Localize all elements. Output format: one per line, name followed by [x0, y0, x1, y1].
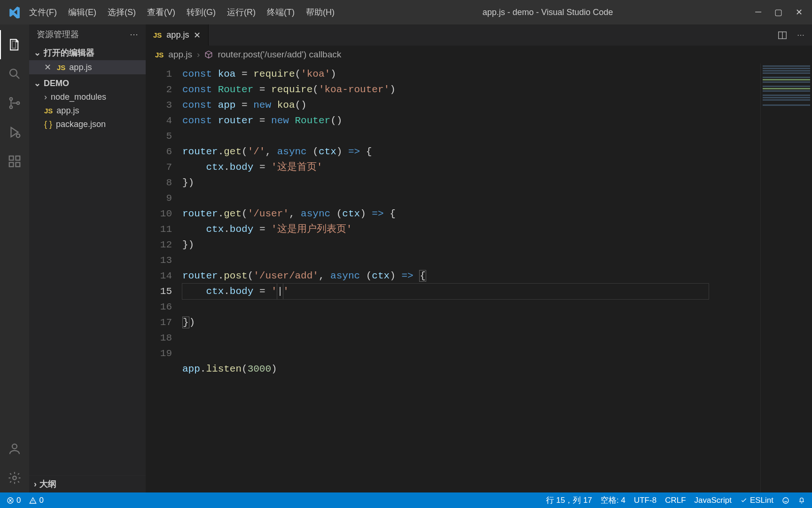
- tab-appjs[interactable]: JS app.js ✕: [146, 24, 209, 46]
- status-bar: 0 0 行 15，列 17 空格: 4 UTF-8 CRLF JavaScrip…: [0, 492, 812, 508]
- js-file-icon: JS: [44, 107, 53, 115]
- open-editors-label: 打开的编辑器: [44, 47, 94, 58]
- file-label: package.json: [56, 119, 106, 129]
- chevron-right-icon: ›: [44, 92, 47, 102]
- split-editor-icon[interactable]: [777, 30, 788, 40]
- status-language[interactable]: JavaScript: [695, 496, 732, 505]
- open-editors-section[interactable]: ⌄ 打开的编辑器: [29, 45, 146, 60]
- project-section[interactable]: ⌄ DEMO: [29, 76, 146, 90]
- file-node-modules[interactable]: › node_modules: [29, 90, 146, 104]
- chevron-down-icon: ⌄: [34, 48, 41, 58]
- window-title: app.js - demo - Visual Studio Code: [340, 8, 755, 17]
- editor-body[interactable]: 12345678910111213141516171819 const koa …: [146, 64, 812, 492]
- status-errors[interactable]: 0: [7, 496, 21, 505]
- menu-goto[interactable]: 转到(G): [181, 7, 221, 18]
- svg-rect-7: [16, 163, 20, 167]
- extensions-icon[interactable]: [0, 147, 29, 176]
- more-actions-icon[interactable]: ⋯: [797, 31, 804, 40]
- file-label: app.js: [56, 106, 79, 116]
- search-icon[interactable]: [0, 59, 29, 88]
- account-icon[interactable]: [0, 434, 29, 463]
- svg-point-9: [12, 444, 17, 449]
- minimize-button[interactable]: ─: [755, 7, 761, 17]
- menu-edit[interactable]: 编辑(E): [62, 7, 102, 18]
- breadcrumb-file[interactable]: app.js: [168, 49, 192, 60]
- svg-point-0: [10, 69, 17, 76]
- maximize-button[interactable]: ▢: [774, 7, 782, 17]
- close-icon[interactable]: ✕: [44, 62, 51, 72]
- js-file-icon: JS: [153, 31, 162, 39]
- menu-help[interactable]: 帮助(H): [300, 7, 340, 18]
- file-appjs[interactable]: JS app.js: [29, 104, 146, 118]
- status-eslint[interactable]: ESLint: [740, 496, 773, 505]
- file-packagejson[interactable]: { } package.json: [29, 118, 146, 131]
- menu-select[interactable]: 选择(S): [102, 7, 141, 18]
- file-label: node_modules: [51, 92, 106, 102]
- svg-point-13: [783, 498, 789, 503]
- method-icon: [204, 50, 213, 59]
- project-label: DEMO: [44, 79, 69, 88]
- status-feedback-icon[interactable]: [782, 497, 789, 504]
- json-file-icon: { }: [44, 119, 52, 129]
- menu-view[interactable]: 查看(V): [141, 7, 181, 18]
- svg-point-3: [17, 102, 20, 104]
- chevron-down-icon: ⌄: [34, 78, 41, 88]
- js-file-icon: JS: [155, 51, 164, 59]
- chevron-right-icon: ›: [197, 49, 200, 60]
- svg-point-10: [13, 476, 16, 480]
- menu-file[interactable]: 文件(F): [23, 7, 62, 18]
- chevron-right-icon: ›: [34, 479, 37, 489]
- status-warnings[interactable]: 0: [29, 496, 43, 505]
- source-control-icon[interactable]: [0, 88, 29, 118]
- vscode-logo-icon: [5, 6, 23, 18]
- tab-label: app.js: [166, 30, 189, 40]
- svg-rect-5: [9, 156, 14, 160]
- status-spaces[interactable]: 空格: 4: [601, 495, 625, 506]
- run-debug-icon[interactable]: [0, 118, 29, 147]
- activity-bar: [0, 24, 29, 492]
- breadcrumb[interactable]: JS app.js › router.post('/user/add') cal…: [146, 46, 812, 64]
- explorer-icon[interactable]: [0, 30, 29, 59]
- status-encoding[interactable]: UTF-8: [634, 496, 656, 505]
- sidebar-title-label: 资源管理器: [37, 29, 79, 40]
- editor-area: JS app.js ✕ ⋯ JS app.js › router.post('/…: [146, 24, 812, 492]
- sidebar-title: 资源管理器 ⋯: [29, 24, 146, 44]
- status-position[interactable]: 行 15，列 17: [546, 495, 592, 506]
- outline-label: 大纲: [39, 478, 56, 490]
- minimap[interactable]: [760, 64, 812, 492]
- tabs-row: JS app.js ✕ ⋯: [146, 24, 812, 46]
- svg-point-4: [16, 134, 20, 138]
- line-gutter: 12345678910111213141516171819: [146, 64, 182, 492]
- svg-point-1: [10, 98, 13, 101]
- status-bell-icon[interactable]: [798, 497, 805, 504]
- settings-gear-icon[interactable]: [0, 463, 29, 492]
- menu-run[interactable]: 运行(R): [221, 7, 261, 18]
- file-label: app.js: [69, 63, 92, 72]
- js-file-icon: JS: [57, 64, 65, 71]
- sidebar: 资源管理器 ⋯ ⌄ 打开的编辑器 ✕ JS app.js ⌄ DEMO › no…: [29, 24, 146, 492]
- svg-rect-8: [16, 156, 20, 160]
- close-icon[interactable]: ✕: [194, 30, 201, 40]
- close-button[interactable]: ✕: [796, 7, 803, 17]
- titlebar: 文件(F) 编辑(E) 选择(S) 查看(V) 转到(G) 运行(R) 终端(T…: [0, 0, 812, 24]
- more-icon[interactable]: ⋯: [130, 29, 138, 40]
- svg-rect-6: [9, 163, 14, 167]
- outline-section[interactable]: › 大纲: [29, 476, 146, 492]
- svg-point-2: [10, 106, 13, 109]
- status-eol[interactable]: CRLF: [665, 496, 686, 505]
- open-editor-appjs[interactable]: ✕ JS app.js: [29, 60, 146, 74]
- code-content[interactable]: const koa = require('koa') const Router …: [182, 64, 760, 492]
- breadcrumb-symbol[interactable]: router.post('/user/add') callback: [218, 49, 341, 60]
- menu-terminal[interactable]: 终端(T): [261, 7, 300, 18]
